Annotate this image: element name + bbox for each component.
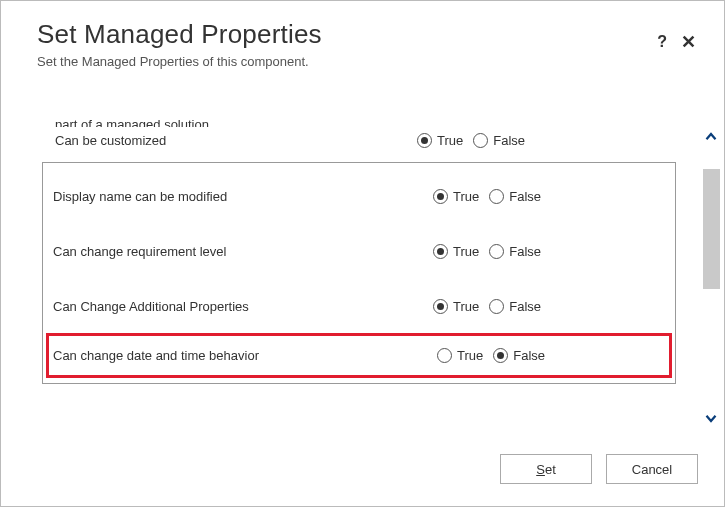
boxed-properties: Display name can be modifiedTrueFalseCan… — [42, 162, 676, 384]
radio-circle-icon — [489, 299, 504, 314]
change-additional-props-radio-true[interactable]: True — [433, 299, 479, 314]
close-icon[interactable]: ✕ — [681, 31, 696, 53]
change-requirement-level-radio-true[interactable]: True — [433, 244, 479, 259]
scroll-up-icon[interactable] — [698, 121, 724, 153]
property-radios: TrueFalse — [417, 133, 525, 148]
display-name-modified-radio-false[interactable]: False — [489, 189, 541, 204]
dialog-footer: Set Cancel — [1, 440, 724, 506]
radio-circle-icon — [489, 189, 504, 204]
radio-label: True — [453, 244, 479, 259]
property-radios: TrueFalse — [433, 189, 541, 204]
property-label: Can change date and time behavior — [47, 348, 437, 363]
set-button[interactable]: Set — [500, 454, 592, 484]
radio-circle-icon — [493, 348, 508, 363]
change-requirement-level-radio-false[interactable]: False — [489, 244, 541, 259]
dialog-header: Set Managed Properties Set the Managed P… — [1, 1, 724, 75]
help-icon[interactable]: ? — [657, 33, 667, 51]
property-radios: TrueFalse — [437, 348, 545, 363]
property-row-can-be-customized: Can be customizedTrueFalse — [37, 127, 676, 154]
change-date-time-behavior-radio-false[interactable]: False — [493, 348, 545, 363]
radio-label: False — [513, 348, 545, 363]
dialog-subtitle: Set the Managed Properties of this compo… — [37, 54, 692, 69]
scroll-thumb[interactable] — [703, 169, 720, 289]
radio-label: True — [437, 133, 463, 148]
radio-circle-icon — [417, 133, 432, 148]
radio-circle-icon — [437, 348, 452, 363]
radio-label: False — [509, 189, 541, 204]
property-radios: TrueFalse — [433, 299, 541, 314]
radio-circle-icon — [489, 244, 504, 259]
dialog-title: Set Managed Properties — [37, 19, 692, 50]
set-button-rest: et — [545, 462, 556, 477]
can-be-customized-radio-true[interactable]: True — [417, 133, 463, 148]
property-row-change-additional-props: Can Change Additional PropertiesTrueFals… — [43, 279, 675, 334]
radio-circle-icon — [473, 133, 488, 148]
content-area: part of a managed solution. Can be custo… — [37, 121, 676, 424]
property-label: Can Change Additional Properties — [43, 299, 433, 314]
radio-label: True — [453, 299, 479, 314]
radio-circle-icon — [433, 244, 448, 259]
change-date-time-behavior-radio-true[interactable]: True — [437, 348, 483, 363]
property-row-display-name-modified: Display name can be modifiedTrueFalse — [43, 169, 675, 224]
scroll-down-icon[interactable] — [698, 402, 724, 434]
change-additional-props-radio-false[interactable]: False — [489, 299, 541, 314]
radio-label: False — [493, 133, 525, 148]
cancel-button[interactable]: Cancel — [606, 454, 698, 484]
set-button-accel: S — [536, 462, 545, 477]
property-row-change-date-time-behavior: Can change date and time behaviorTrueFal… — [47, 334, 671, 377]
header-actions: ? ✕ — [657, 31, 696, 53]
display-name-modified-radio-true[interactable]: True — [433, 189, 479, 204]
radio-label: False — [509, 244, 541, 259]
properties-list: Can be customizedTrueFalseDisplay name c… — [37, 127, 676, 384]
radio-label: False — [509, 299, 541, 314]
radio-label: True — [453, 189, 479, 204]
property-row-change-requirement-level: Can change requirement levelTrueFalse — [43, 224, 675, 279]
scrollbar[interactable] — [698, 121, 724, 434]
property-label: Can change requirement level — [43, 244, 433, 259]
can-be-customized-radio-false[interactable]: False — [473, 133, 525, 148]
radio-circle-icon — [433, 299, 448, 314]
property-label: Display name can be modified — [43, 189, 433, 204]
property-radios: TrueFalse — [433, 244, 541, 259]
property-label: Can be customized — [37, 133, 417, 148]
cutoff-text: part of a managed solution. — [55, 117, 676, 127]
radio-circle-icon — [433, 189, 448, 204]
radio-label: True — [457, 348, 483, 363]
